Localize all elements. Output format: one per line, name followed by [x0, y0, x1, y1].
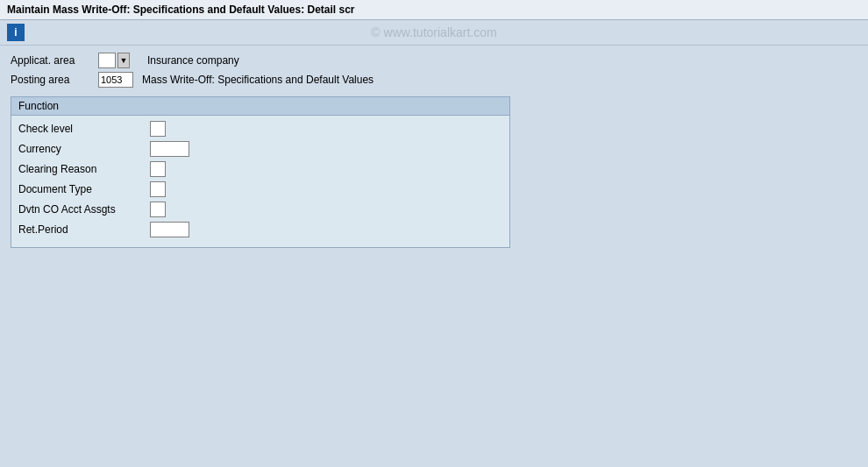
info-icon[interactable]: i — [7, 24, 25, 41]
function-group-body: Check level Currency Clearing Reason Doc… — [11, 116, 509, 247]
posting-area-row: Posting area Mass Write-Off: Specificati… — [11, 72, 857, 88]
clearing-reason-row: Clearing Reason — [18, 161, 502, 177]
check-level-row: Check level — [18, 121, 502, 137]
posting-area-input[interactable] — [98, 72, 133, 88]
function-group: Function Check level Currency Clearing R… — [11, 96, 510, 248]
title-text: Maintain Mass Write-Off: Specifications … — [7, 4, 355, 16]
content-area: Applicat. area ▼ Insurance company Posti… — [0, 46, 868, 255]
dvtn-co-acct-label: Dvtn CO Acct Assgts — [18, 203, 150, 216]
watermark: © www.tutorialkart.com — [371, 25, 496, 39]
dvtn-co-acct-checkbox[interactable] — [150, 202, 166, 217]
check-level-checkbox[interactable] — [150, 121, 166, 137]
insurance-company-label: Insurance company — [147, 54, 239, 67]
ret-period-label: Ret.Period — [18, 223, 150, 236]
posting-area-label: Posting area — [11, 74, 98, 86]
currency-label: Currency — [18, 143, 150, 155]
posting-area-description: Mass Write-Off: Specifications and Defau… — [142, 74, 374, 86]
clearing-reason-label: Clearing Reason — [18, 163, 150, 175]
document-type-label: Document Type — [18, 183, 150, 195]
applicat-area-dropdown[interactable]: ▼ — [117, 53, 130, 68]
document-type-row: Document Type — [18, 181, 502, 197]
dvtn-co-acct-row: Dvtn CO Acct Assgts — [18, 202, 502, 217]
title-bar: Maintain Mass Write-Off: Specifications … — [0, 0, 868, 20]
applicat-area-input[interactable] — [98, 53, 116, 68]
document-type-checkbox[interactable] — [150, 181, 166, 197]
ret-period-input[interactable] — [150, 222, 189, 237]
ret-period-row: Ret.Period — [18, 222, 502, 237]
currency-input[interactable] — [150, 141, 189, 157]
check-level-label: Check level — [18, 123, 150, 135]
clearing-reason-checkbox[interactable] — [150, 161, 166, 177]
currency-row: Currency — [18, 141, 502, 157]
applicat-area-label: Applicat. area — [11, 54, 98, 67]
applicat-area-row: Applicat. area ▼ Insurance company — [11, 53, 857, 68]
function-group-title: Function — [11, 97, 509, 116]
toolbar: i © www.tutorialkart.com — [0, 20, 868, 46]
